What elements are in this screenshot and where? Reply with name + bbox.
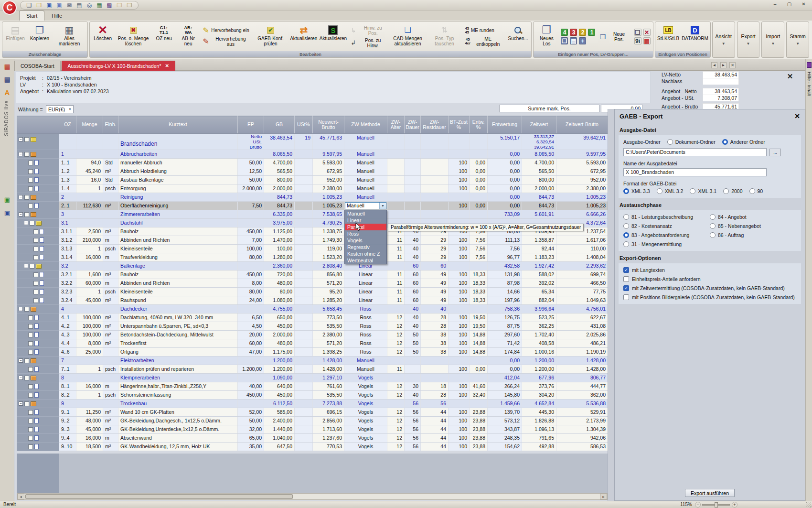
- table-row[interactable]: 1..194,0Stdmanueller Abbruch50,004.700,0…: [17, 159, 608, 167]
- app-logo-button[interactable]: C: [2, 0, 17, 15]
- row-checkbox[interactable]: [33, 281, 38, 286]
- radio-option-austauschphase[interactable]: 84 - Angebot: [710, 214, 796, 220]
- table-row[interactable]: 9..1018,500m²GK-Wandbekleidung, 12,5 mm,…: [17, 443, 608, 451]
- ribbon-tab-hilfe[interactable]: Hilfe: [44, 11, 69, 21]
- scroll-right-icon[interactable]: ►: [600, 494, 607, 499]
- table-row[interactable]: 9..416,000mAbseitenwand65,001.040,001.23…: [17, 434, 608, 443]
- pos-zu-hinw--button[interactable]: ↲Pos. zu Hinw.: [350, 38, 387, 48]
- neues-los-button[interactable]: ❐Neues Los: [534, 22, 559, 51]
- row-checkbox[interactable]: [28, 427, 33, 432]
- row-checkbox[interactable]: [28, 410, 33, 415]
- close-lv-icon[interactable]: ✕: [785, 72, 795, 81]
- radio-icon[interactable]: [623, 241, 629, 247]
- row-checkbox[interactable]: [33, 272, 38, 277]
- row-checkbox[interactable]: [28, 315, 33, 320]
- radio-icon[interactable]: [623, 223, 629, 229]
- radio-option-ausgabe-ordner[interactable]: Dokument-Ordner: [667, 139, 716, 145]
- radio-icon[interactable]: [690, 188, 695, 194]
- row-checkbox[interactable]: [28, 393, 33, 398]
- output-path-field[interactable]: C:\Users\Peter\Documents: [623, 148, 767, 156]
- column-header[interactable]: Einh.: [103, 116, 118, 134]
- module-green-icon[interactable]: ▣: [2, 194, 12, 205]
- column-header[interactable]: OZ: [59, 116, 76, 134]
- expander-icon[interactable]: −: [19, 307, 23, 311]
- panel-splitter[interactable]: [608, 109, 614, 501]
- table-row[interactable]: 9..345,000m²GK-Bekleidung,Unterdecke,1x1…: [17, 425, 608, 434]
- radio-icon[interactable]: [710, 232, 716, 238]
- aktualisieren-button[interactable]: SAktualisieren: [319, 22, 348, 51]
- radio-icon[interactable]: [657, 188, 662, 194]
- radio-option-austauschphase[interactable]: 85 - Nebenangebot: [710, 223, 796, 229]
- stlk-stlb-button[interactable]: LBStLK/StLB: [656, 22, 680, 51]
- me-entkoppeln-button[interactable]: 454erME entkoppeln: [465, 36, 504, 47]
- row-checkbox[interactable]: [28, 419, 33, 423]
- oz-neu-button[interactable]: G1↑T1.1OZ neu: [152, 22, 176, 51]
- sirados-a-icon[interactable]: A: [2, 87, 12, 97]
- column-header[interactable]: USt%: [295, 116, 313, 134]
- menu-button-export[interactable]: Export▼: [737, 22, 760, 58]
- report-settings-icon[interactable]: ▩: [106, 2, 113, 9]
- radio-icon[interactable]: [623, 214, 629, 220]
- hervorhebung-ein-button[interactable]: ✎Hervorhebung ein: [203, 27, 250, 34]
- export-execute-button[interactable]: Export ausführen: [685, 489, 735, 497]
- column-header[interactable]: Zeitwert-Brutto: [556, 116, 608, 134]
- row-checkbox[interactable]: [24, 358, 29, 363]
- horizontal-scrollbar[interactable]: ◄ ►: [17, 493, 608, 500]
- browse-button[interactable]: ...: [769, 149, 781, 156]
- expander-icon[interactable]: −: [19, 212, 23, 216]
- radio-icon[interactable]: [710, 223, 716, 229]
- doc-x-icon[interactable]: ✕: [643, 29, 651, 36]
- datanorm-button[interactable]: DDATANORM: [681, 22, 709, 51]
- column-header[interactable]: ZW-Methode: [344, 116, 387, 134]
- dropdown-item[interactable]: Kosten ohne Z: [345, 250, 386, 257]
- cad-mengen-aktualisieren-button[interactable]: ❏CAD-Mengen aktualisieren: [390, 22, 426, 51]
- zoom-slider-thumb[interactable]: [715, 502, 718, 508]
- zoom-in-icon[interactable]: +: [732, 502, 737, 508]
- dropdown-item[interactable]: Wertneutral: [345, 257, 386, 264]
- column-header[interactable]: EP: [238, 116, 264, 134]
- checkbox-icon[interactable]: [623, 285, 629, 291]
- radio-icon[interactable]: [723, 188, 729, 194]
- table-row[interactable]: 1..245,240m²Abbruch Holzdielung12,50565,…: [17, 167, 608, 176]
- dropdown-item[interactable]: Regressiv: [345, 244, 386, 250]
- table-row[interactable]: 4..3100,000m²Betondachstein-Dachdeckung,…: [17, 331, 608, 339]
- zw-methode-combobox[interactable]: Manuell▼: [345, 202, 386, 209]
- row-checkbox[interactable]: [33, 290, 38, 294]
- row-checkbox[interactable]: [30, 264, 34, 269]
- dropdown-item[interactable]: Linear: [345, 217, 386, 224]
- kopieren-button[interactable]: ❐Kopieren: [28, 22, 52, 51]
- checkbox-option[interactable]: Einheitspreis-Anteile anfordern: [623, 276, 796, 282]
- table-row[interactable]: −1Abbrucharbeiten8.065,509.597,95Manuell…: [17, 150, 608, 159]
- aktualisieren-button[interactable]: ⇄Aktualisieren: [289, 22, 318, 51]
- new-document-icon[interactable]: ❏: [25, 2, 33, 9]
- table-row[interactable]: 2..1112,630m²Oberflächenreinigung7,50844…: [17, 202, 608, 210]
- radio-icon[interactable]: [710, 214, 716, 220]
- dropdown-item[interactable]: Ross: [345, 230, 386, 237]
- chevron-down-icon[interactable]: ▼: [379, 203, 386, 209]
- row-checkbox[interactable]: [28, 350, 33, 355]
- row-checkbox[interactable]: [33, 247, 38, 251]
- radio-option-gaeb-format[interactable]: XML 3.1: [690, 188, 716, 194]
- row-checkbox[interactable]: [28, 341, 33, 346]
- dropdown-item[interactable]: Manuell: [345, 210, 386, 217]
- row-checkbox[interactable]: [28, 324, 33, 329]
- column-header[interactable]: ZW-Dauer: [405, 116, 421, 134]
- column-header[interactable]: Entw. %: [470, 116, 488, 134]
- sidebar-vertical-label[interactable]: SIRADOS live: [4, 100, 9, 136]
- column-header[interactable]: [17, 116, 59, 134]
- table-row[interactable]: 3.2.260,000mAbbinden und Richten8,00480,…: [17, 279, 608, 288]
- expander-icon[interactable]: −: [24, 264, 28, 268]
- table-row[interactable]: −2Reinigung844,731.005,23Manuell0,00844,…: [17, 193, 608, 202]
- menu-button-ansicht[interactable]: Ansicht▼: [712, 22, 735, 58]
- radio-option-gaeb-format[interactable]: 90: [749, 188, 763, 194]
- radio-option-gaeb-format[interactable]: XML 3.2: [657, 188, 684, 194]
- ab-nr-neu-button[interactable]: AB↑WAAB-Nr neu: [176, 22, 200, 51]
- checkbox-option[interactable]: mit Langtexten: [623, 267, 796, 273]
- column-header[interactable]: ZW-Restdauer: [421, 116, 449, 134]
- table-row[interactable]: 3.1.416,000mTraufverkleidung80,001.280,0…: [17, 253, 608, 262]
- table-row[interactable]: 3.1.2210,000mAbbinden und Richten7,001.4…: [17, 236, 608, 245]
- suchen--button[interactable]: Suchen...: [506, 22, 530, 51]
- close-panel-icon[interactable]: ✕: [794, 112, 800, 120]
- row-checkbox[interactable]: [33, 229, 38, 234]
- radio-option-austauschphase[interactable]: 31 - Mengenermittlung: [623, 241, 710, 247]
